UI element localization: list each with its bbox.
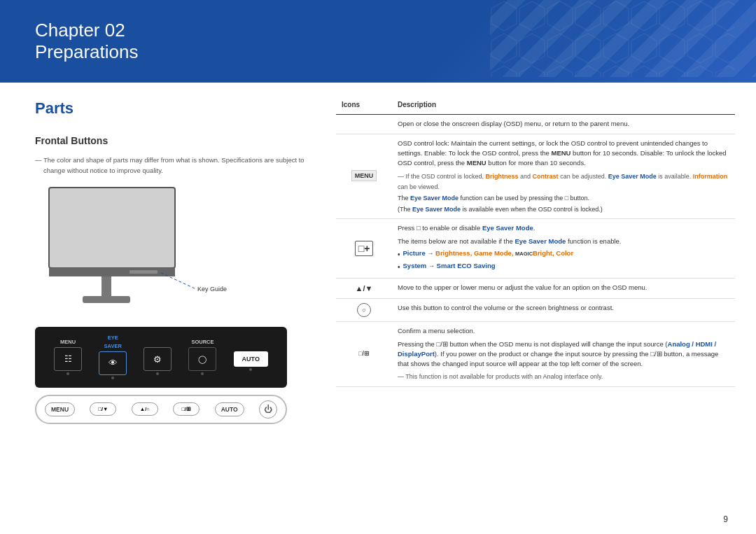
bp-settings-dot xyxy=(156,372,159,375)
table-row: MENU OSD control lock: Maintain the curr… xyxy=(336,134,735,219)
frontal-buttons-title: Frontal Buttons xyxy=(35,134,315,148)
strip-eyesaver-button[interactable]: □/▼ xyxy=(90,402,116,416)
subtitle-label: Preparations xyxy=(35,41,138,63)
menu-note-1: If the OSD control is locked, Brightness… xyxy=(398,171,729,192)
bp-menu-dot xyxy=(66,372,69,375)
page-wrapper: Chapter 02 Preparations Parts Frontal Bu… xyxy=(0,0,756,534)
table-row: ▲/▼ Move to the upper or lower menu or a… xyxy=(336,278,735,299)
eyesaver-desc-post: The items below are not available if the… xyxy=(398,237,729,246)
desc-cell-menu: OSD control lock: Maintain the current s… xyxy=(392,134,735,219)
bp-source-group: SOURCE ◯ xyxy=(188,338,216,375)
bp-auto-label-top xyxy=(250,342,251,350)
icon-cell-1 xyxy=(336,115,392,134)
svg-line-7 xyxy=(161,273,196,289)
desc-cell-eyesaver: Press □ to enable or disable Eye Saver M… xyxy=(392,219,735,279)
monitor-wrapper: Key Guide xyxy=(35,184,217,328)
icon-cell-eyesaver: □+ xyxy=(336,219,392,279)
desc-cell-arrows: Move to the upper or lower menu or adjus… xyxy=(392,278,735,299)
table-row: □/⊞ Confirm a menu selection. Pressing t… xyxy=(336,322,735,387)
desc-cell-source: Confirm a menu selection. Pressing the □… xyxy=(392,322,735,387)
source-change-text: Pressing the □/⊞ button when the OSD men… xyxy=(398,339,729,370)
bp-menu-group: MENU ☷ xyxy=(54,338,82,375)
bp-eyesaver-dot xyxy=(111,377,114,379)
bullet-item-2: • System → Smart ECO Saving xyxy=(398,261,729,272)
bp-eyesaver-group: EYESAVER 👁 xyxy=(99,334,127,379)
source-footnote: This function is not available for produ… xyxy=(398,372,729,382)
menu-note-2: The Eye Saver Mode function can be used … xyxy=(398,194,729,204)
col-desc-header: Description xyxy=(392,97,735,115)
description-table: Icons Description Open or close the onsc… xyxy=(336,97,735,387)
source-confirm-text: Confirm a menu selection. xyxy=(398,326,729,336)
eyesaver-desc-pre: Press □ to enable or disable Eye Saver M… xyxy=(398,223,729,233)
col-icons-header: Icons xyxy=(336,97,392,115)
eyesaver-bullet2: • System → Smart ECO Saving xyxy=(398,261,729,272)
bp-settings-label xyxy=(157,338,158,346)
svg-rect-1 xyxy=(490,0,735,77)
bp-auto-button[interactable]: AUTO xyxy=(234,351,268,367)
bp-source-icon: ◯ xyxy=(188,347,216,371)
svg-rect-6 xyxy=(83,296,130,303)
strip-menu-button[interactable]: MENU xyxy=(45,402,75,416)
note-text: The color and shape of parts may differ … xyxy=(35,155,315,176)
bp-menu-label: MENU xyxy=(60,338,76,346)
strip-source-button[interactable]: □/⊞ xyxy=(173,402,200,416)
strip-arrow-button[interactable]: ▲/○ xyxy=(132,402,158,416)
chapter-label: Chapter 02 xyxy=(35,20,138,41)
bp-auto-group: AUTO xyxy=(234,342,268,371)
icon-cell-circle: ○ xyxy=(336,299,392,322)
menu-note-3: (The Eye Saver Mode is available even wh… xyxy=(398,205,729,215)
bp-menu-icon: ☷ xyxy=(54,347,82,371)
bp-auto-dot xyxy=(249,368,252,371)
monitor-svg: Key Guide xyxy=(35,184,231,324)
icon-cell-source: □/⊞ xyxy=(336,322,392,387)
button-panel-icons: MENU ☷ EYESAVER 👁 ⚙ xyxy=(46,334,276,379)
parts-title: Parts xyxy=(35,97,315,120)
bp-source-label: SOURCE xyxy=(191,338,214,346)
right-panel: Icons Description Open or close the onsc… xyxy=(336,97,735,424)
circle-icon: ○ xyxy=(357,303,371,317)
svg-rect-2 xyxy=(49,188,175,268)
bp-source-dot xyxy=(201,372,204,375)
table-row: ○ Use this button to control the volume … xyxy=(336,299,735,322)
header: Chapter 02 Preparations xyxy=(0,0,756,83)
table-row: □+ Press □ to enable or disable Eye Save… xyxy=(336,219,735,279)
strip-auto-button[interactable]: AUTO xyxy=(215,402,244,416)
bullet-item-1: • Picture → Brightness, Game Mode, MAGIC… xyxy=(398,248,729,260)
eyesaver-icon-symbol: □+ xyxy=(355,241,374,256)
strip-power-button[interactable]: ⏻ xyxy=(259,400,277,419)
bp-eyesaver-label: EYESAVER xyxy=(104,334,122,350)
header-title: Chapter 02 Preparations xyxy=(35,20,138,63)
page-number: 9 xyxy=(723,513,728,526)
bp-settings-group: ⚙ xyxy=(144,338,172,375)
source-icon: □/⊞ xyxy=(358,349,370,359)
menu-icon-label: MENU xyxy=(351,170,377,181)
eyesaver-bullet1: • Picture → Brightness, Game Mode, MAGIC… xyxy=(398,248,729,260)
bp-eyesaver-icon: 👁 xyxy=(99,351,127,375)
icon-cell-arrows: ▲/▼ xyxy=(336,278,392,299)
bp-settings-icon: ⚙ xyxy=(144,347,172,371)
main-content: Parts Frontal Buttons The color and shap… xyxy=(0,83,756,438)
arrows-icon: ▲/▼ xyxy=(356,284,373,293)
svg-rect-5 xyxy=(102,276,111,296)
icon-cell-menu: MENU xyxy=(336,134,392,219)
desc-menu-text: OSD control lock: Maintain the current s… xyxy=(398,139,727,167)
desc-cell-circle: Use this button to control the volume or… xyxy=(392,299,735,322)
desc-cell-1: Open or close the onscreen display (OSD)… xyxy=(392,115,735,134)
table-row: Open or close the onscreen display (OSD)… xyxy=(336,115,735,134)
svg-text:Key Guide: Key Guide xyxy=(197,286,227,293)
button-panel-dark: MENU ☷ EYESAVER 👁 ⚙ xyxy=(35,327,287,388)
svg-rect-4 xyxy=(130,270,158,274)
header-pattern xyxy=(490,0,735,77)
left-panel: Parts Frontal Buttons The color and shap… xyxy=(35,97,315,424)
button-strip: MENU □/▼ ▲/○ □/⊞ AUTO ⏻ xyxy=(35,395,287,424)
